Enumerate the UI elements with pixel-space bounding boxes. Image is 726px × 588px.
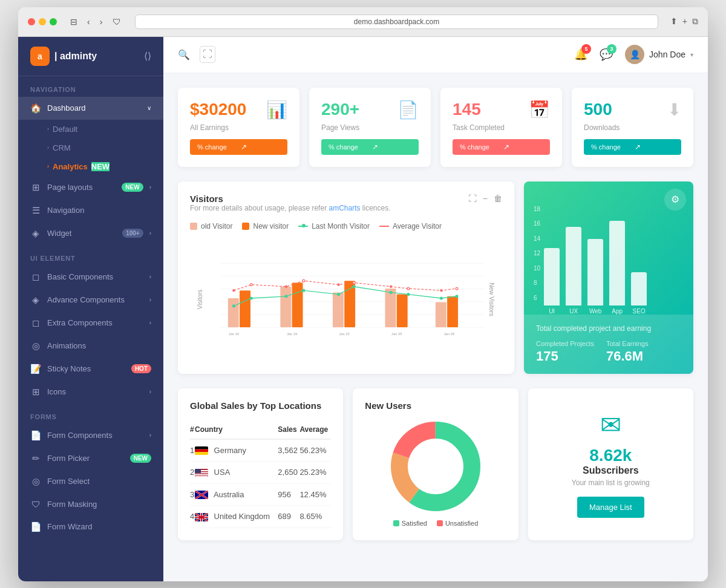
earnings-btn[interactable]: % change ↗ [190,139,287,155]
forward-btn[interactable]: › [97,16,105,28]
browser-controls: ⊟ ‹ › [68,16,105,28]
user-info[interactable]: 👤 John Doe ▾ [625,45,693,64]
notifications-btn[interactable]: 🔔 5 [574,48,587,61]
subs-value: 8.62k [589,446,632,465]
chart-minimize-icon[interactable]: − [483,194,488,203]
bar-ux: UX [566,227,581,315]
sidebar-toggle-icon[interactable]: ⟨⟩ [144,50,151,62]
pageviews-btn-text: % change [329,143,368,151]
sidebar-item-navigation[interactable]: ☰ Navigation [18,199,163,222]
table-row: 3 Au [190,483,331,506]
maximize-dot[interactable] [50,18,57,25]
pageviews-btn-arrow: ↗ [372,143,412,151]
sub-arrow-default: › [47,126,49,132]
donut-svg [387,418,484,515]
downloads-btn-text: % change [591,143,631,151]
basic-icon: ◻ [30,272,41,283]
row4-avg: 8.65% [299,506,331,528]
earnings-btn-arrow: ↗ [241,143,281,151]
sidebar-item-basic[interactable]: ◻ Basic Components › [18,266,163,289]
bar-ux-rect [566,227,581,305]
minimize-dot[interactable] [39,18,46,25]
crm-label: CRM [53,143,71,152]
sidebar-item-form-picker[interactable]: ✏ Form Picker NEW [18,447,163,470]
topbar: 🔍 ⛶ 🔔 5 💬 3 👤 John Doe ▾ [163,37,708,73]
svg-point-41 [302,279,305,282]
completed-stat: Completed Projects 175 [536,340,594,364]
legend-last-month: Last Month Visitor [298,222,370,230]
sidebar-item-dashboard[interactable]: 🏠 Dashboard ∨ [18,97,163,120]
share-icon[interactable]: ⬆ [670,16,678,27]
sidebar-item-icons[interactable]: ⊞ Icons › [18,381,163,403]
svg-point-36 [440,296,443,299]
table-row: 4 [190,506,331,528]
search-icon[interactable]: 🔍 [178,49,190,60]
sidebar-item-extra[interactable]: ◻ Extra Components › [18,312,163,335]
browser-url[interactable]: demo.dashboardpack.com [135,15,658,29]
manage-list-btn[interactable]: Manage List [577,497,644,518]
tasks-icon: 📅 [529,100,550,120]
browser-dots [28,18,57,25]
y-label-14: 14 [534,235,540,242]
subs-sublabel: Your main list is growing [572,479,650,487]
tasks-btn[interactable]: % change ↗ [453,139,550,155]
y-label-16: 16 [534,220,540,227]
donut-chart-area [365,418,506,515]
pageviews-icon: 📄 [397,100,419,120]
row4-country: United Kingdom [195,506,278,528]
sidebar-item-animations[interactable]: ◎ Animations [18,335,163,358]
sidebar-item-widget[interactable]: ◈ Widget 100+ › [18,222,163,245]
bar-app-rect [609,221,625,305]
analytics-label: Analytics [53,162,88,171]
downloads-btn-arrow: ↗ [635,143,675,151]
downloads-btn[interactable]: % change ↗ [584,139,681,155]
expand-icon[interactable]: ⛶ [200,46,215,63]
bar-seo-label: SEO [633,308,646,315]
sub-item-crm[interactable]: › CRM [18,139,163,157]
home-icon: 🏠 [30,103,41,114]
legend-satisfied: Satisfied [393,520,427,527]
sidebar-item-page-layouts[interactable]: ⊞ Page layouts NEW › [18,176,163,199]
browser-chrome: ⊟ ‹ › 🛡 demo.dashboardpack.com ⬆ + ⧉ [18,7,708,37]
widget-label: Widget [47,229,116,238]
sidebar-item-form-masking[interactable]: 🛡 Form Masking [18,493,163,515]
widget-badge: 100+ [122,229,143,238]
sidebar-toggle-btn[interactable]: ⊟ [68,16,80,28]
nav-icon: ☰ [30,205,41,216]
table-header-row: # Country Sales Average [190,420,331,439]
legend-old-dot [190,223,197,230]
gear-btn[interactable]: ⚙ [664,189,686,211]
earnings-stat-label: Total Earnings [606,340,649,347]
chart-close-icon[interactable]: 🗑 [494,194,502,203]
sidebar-item-sticky[interactable]: 📝 Sticky Notes HOT [18,358,163,381]
sub-item-default[interactable]: › Default [18,120,163,139]
y-label-18: 18 [534,206,540,212]
icons-arrow: › [149,388,151,395]
sub-item-analytics[interactable]: › Analytics NEW [18,157,163,176]
close-dot[interactable] [28,18,35,25]
sidebar-item-form-components[interactable]: 📄 Form Components › [18,424,163,447]
y-label-10: 10 [534,265,540,272]
chart-header: Visitors For more details about usage, p… [190,194,502,220]
bar-app-label: App [612,308,623,315]
satisfied-dot [393,520,399,526]
tabs-icon[interactable]: ⧉ [692,16,698,27]
back-btn[interactable]: ‹ [85,16,93,28]
svg-point-44 [390,285,392,287]
chart-expand-icon[interactable]: ⛶ [468,194,477,203]
messages-btn[interactable]: 💬 3 [600,48,613,61]
visitors-svg-chart: $10M $8M $6M $4M $2M $0M 95 90 85 80 [220,238,484,359]
svg-point-38 [233,289,235,292]
new-tab-icon[interactable]: + [682,16,687,27]
svg-rect-55 [195,452,208,455]
sidebar-item-form-wizard[interactable]: 📄 Form Wizard [18,515,163,538]
sidebar-item-form-select[interactable]: ◎ Form Select [18,470,163,493]
messages-count: 3 [607,44,616,54]
default-label: Default [53,125,77,134]
svg-rect-19 [240,290,250,327]
form-select-label: Form Select [47,477,151,486]
browser-actions: ⬆ + ⧉ [670,16,698,27]
sidebar-item-advance[interactable]: ◈ Advance Components › [18,289,163,312]
pageviews-btn[interactable]: % change ↗ [321,139,419,155]
amcharts-link[interactable]: amCharts [329,204,362,212]
